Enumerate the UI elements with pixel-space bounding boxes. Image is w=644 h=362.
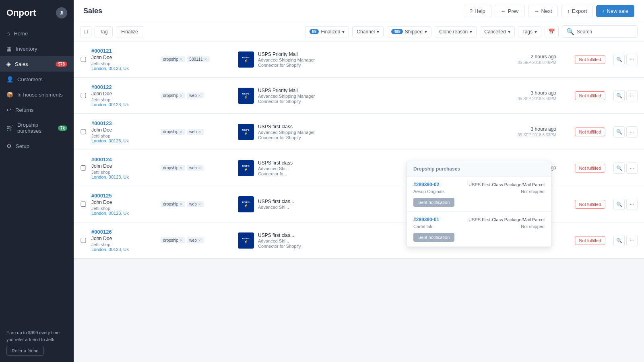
order-number[interactable]: #000124	[91, 156, 156, 162]
remove-tag-icon[interactable]: ✕	[198, 130, 201, 134]
sidebar-item-in-house-shipments[interactable]: 📦 In house shipments	[0, 87, 74, 102]
filter-shipped[interactable]: 489 Shipped ▾	[387, 26, 431, 37]
order-tag: web ✕	[187, 237, 203, 243]
order-customer: John Doe	[91, 127, 156, 133]
order-number[interactable]: #000126	[91, 229, 156, 235]
sidebar-item-setup[interactable]: ⚙ Setup	[0, 138, 74, 154]
tag-button[interactable]: Tag	[95, 26, 113, 37]
search-icon: 🔍	[566, 28, 574, 35]
filter-tags[interactable]: Tags ▾	[518, 26, 541, 37]
sidebar-item-inventory[interactable]: ▦ Inventory	[0, 41, 74, 56]
more-options-button[interactable]: ···	[626, 54, 638, 65]
order-checkbox[interactable]	[80, 165, 87, 171]
sidebar-item-label: Inventory	[16, 46, 37, 52]
filter-cancelled[interactable]: Cancelled ▾	[480, 26, 514, 37]
help-button[interactable]: ? Help	[464, 5, 491, 17]
table-row: #000122 John Doe Jetti shop London, 0012…	[74, 78, 644, 114]
order-info: #000125 John Doe Jetti shop London, 0012…	[91, 193, 156, 216]
remove-tag-icon[interactable]: ✕	[180, 202, 183, 206]
order-number[interactable]: #000123	[91, 120, 156, 126]
sales-badge: 578	[56, 62, 67, 67]
finalized-count: 89	[310, 29, 319, 34]
sales-icon: ◈	[6, 61, 11, 67]
search-order-button[interactable]: 🔍	[613, 126, 625, 138]
filter-channel[interactable]: Channel ▾	[352, 26, 384, 37]
order-checkbox[interactable]	[80, 57, 87, 62]
order-tag: dropship ✕	[161, 201, 185, 207]
remove-tag-icon[interactable]: ✕	[180, 130, 183, 134]
remove-tag-icon[interactable]: ✕	[180, 94, 183, 98]
help-icon: ?	[470, 8, 473, 14]
search-order-button[interactable]: 🔍	[613, 54, 625, 65]
popup-item-row: #289390-02 USPS First-Class Package/Mail…	[413, 182, 545, 187]
popup-order-number[interactable]: #289390-01	[413, 217, 439, 222]
popup-order-number[interactable]: #289390-02	[413, 182, 439, 187]
order-checkbox[interactable]	[80, 238, 87, 243]
remove-tag-icon[interactable]: ✕	[180, 239, 183, 243]
order-number[interactable]: #000125	[91, 193, 156, 199]
remove-tag-icon[interactable]: ✕	[180, 58, 183, 62]
filter-clone-reason[interactable]: Clone reason ▾	[435, 26, 477, 37]
prev-button[interactable]: ← Prev	[495, 5, 525, 17]
order-tag: web ✕	[187, 129, 203, 135]
order-location[interactable]: London, 00123, Uk	[91, 66, 156, 71]
remove-tag-icon[interactable]: ✕	[198, 239, 201, 243]
main-content: Sales ? Help ← Prev → Next ↑ Export + Ne…	[74, 0, 644, 362]
more-options-button[interactable]: ···	[626, 162, 638, 174]
more-options-button[interactable]: ···	[626, 126, 638, 138]
search-order-button[interactable]: 🔍	[613, 199, 625, 210]
header-actions: ? Help ← Prev → Next ↑ Export + New sale	[464, 5, 634, 17]
remove-tag-icon[interactable]: ✕	[198, 94, 201, 98]
more-options-button[interactable]: ···	[626, 235, 638, 246]
new-sale-button[interactable]: + New sale	[596, 5, 634, 17]
sent-notification-button[interactable]: Sent notification	[413, 198, 454, 207]
remove-tag-icon[interactable]: ✕	[198, 202, 201, 206]
table-row: #000124 John Doe Jetti shop London, 0012…	[74, 150, 644, 186]
sidebar-referral: Earn up to $999 every time you refer a f…	[0, 323, 74, 362]
refer-friend-button[interactable]: Refer a friend	[6, 346, 44, 356]
order-checkbox[interactable]	[80, 129, 87, 134]
order-location[interactable]: London, 00123, Uk	[91, 102, 156, 107]
remove-tag-icon[interactable]: ✕	[198, 166, 201, 170]
next-button[interactable]: → Next	[528, 5, 558, 17]
order-location[interactable]: London, 00123, Uk	[91, 211, 156, 216]
shipping-sub1: Advanced Shipping Manager	[258, 58, 499, 62]
sidebar-item-sales[interactable]: ◈ Sales 578	[0, 56, 74, 72]
sidebar-item-label: In house shipments	[17, 92, 63, 98]
export-button[interactable]: ↑ Export	[561, 5, 593, 17]
shipping-sub2: Connector for Shopify	[258, 63, 499, 68]
calendar-button[interactable]: 📅	[545, 26, 559, 37]
order-location[interactable]: London, 00123, Uk	[91, 247, 156, 252]
order-location[interactable]: London, 00123, Uk	[91, 175, 156, 179]
popup-status: Not shipped	[521, 224, 545, 229]
search-order-button[interactable]: 🔍	[613, 235, 625, 246]
sidebar-item-customers[interactable]: 👤 Customers	[0, 72, 74, 87]
remove-tag-icon[interactable]: ✕	[180, 166, 183, 170]
page-title: Sales	[83, 7, 102, 15]
sidebar-item-label: Dropship purchases	[17, 122, 58, 134]
dropship-purchases-icon: 🛒	[6, 125, 13, 131]
order-tag: dropship ✕	[161, 93, 185, 99]
more-options-button[interactable]: ···	[626, 199, 638, 210]
order-number[interactable]: #000122	[91, 84, 156, 90]
avatar[interactable]: JI	[56, 7, 67, 19]
search-order-button[interactable]: 🔍	[613, 162, 625, 174]
search-order-button[interactable]: 🔍	[613, 90, 625, 101]
sidebar-item-dropship-purchases[interactable]: 🛒 Dropship purchases 7k	[0, 117, 74, 138]
order-checkbox[interactable]	[80, 202, 87, 207]
order-number[interactable]: #000121	[91, 48, 156, 54]
more-options-button[interactable]: ···	[626, 90, 638, 101]
search-box: 🔍	[562, 25, 638, 38]
chevron-down-icon: ▾	[508, 29, 510, 35]
search-input[interactable]	[577, 29, 633, 35]
sidebar-item-returns[interactable]: ↩ Returns	[0, 102, 74, 117]
select-all-checkbox[interactable]: ☐	[80, 26, 91, 37]
filter-finalized[interactable]: 89 Finalized ▾	[305, 26, 349, 37]
remove-tag-icon[interactable]: ✕	[204, 58, 207, 62]
sidebar-item-home[interactable]: ⌂ Home	[0, 26, 74, 41]
sent-notification-button[interactable]: Sent notification	[413, 233, 454, 242]
finalize-button[interactable]: Finalize	[116, 26, 143, 37]
order-location[interactable]: London, 00123, Uk	[91, 138, 156, 143]
order-shop: Jetti shop	[91, 61, 156, 66]
order-checkbox[interactable]	[80, 93, 87, 98]
